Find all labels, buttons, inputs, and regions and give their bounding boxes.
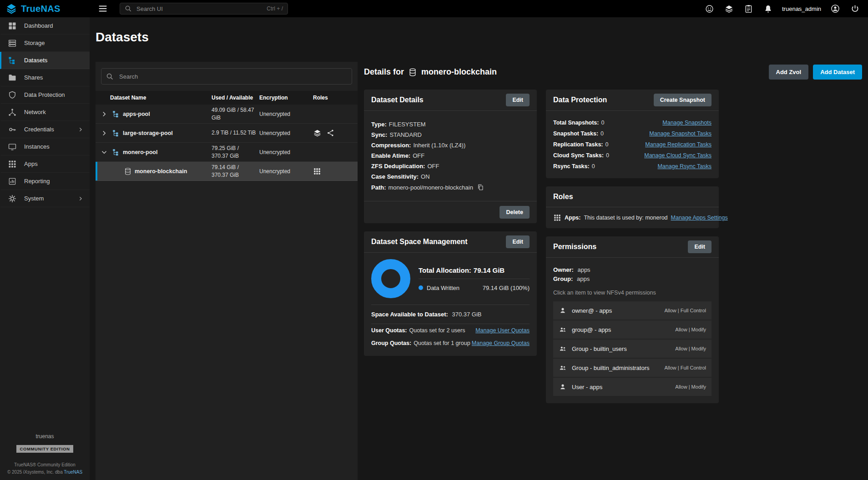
dataset-row-apps-pool[interactable]: apps-pool 49.09 GiB / 58.47 GiB Unencryp… [96,105,358,124]
dataset-tree-icon [112,148,120,156]
row-value: 0 [601,120,604,126]
permission-item-owner[interactable]: owner@ - apps Allow | Full Control [553,301,712,320]
global-search[interactable]: Ctrl + / [120,3,288,15]
global-search-input[interactable] [136,5,263,13]
sidebar-item-credentials[interactable]: Credentials [0,121,90,138]
field-value: Inherit (1.10x (LZ4)) [413,142,465,149]
brand[interactable]: TrueNAS [0,3,90,15]
datasets-tree-icon [8,56,17,65]
database-icon [124,167,132,175]
space-donut-chart [371,259,410,298]
sidebar-item-reporting[interactable]: Reporting [0,173,90,190]
sidebar-item-label: System [24,195,44,202]
edit-permissions-button[interactable]: Edit [688,240,712,253]
permission-value: Allow | Modify [675,384,706,390]
feedback-button[interactable] [704,3,715,15]
truenas-link[interactable]: TrueNAS [64,470,82,475]
product-name-label: TrueNAS® Community Edition [0,462,90,467]
sidebar-item-dashboard[interactable]: Dashboard [0,17,90,35]
encryption-cell: Unencrypted [259,111,313,117]
row-label: Replication Tasks: [553,141,603,148]
dataset-row-monero-pool[interactable]: monero-pool 79.25 GiB / 370.37 GiB Unenc… [96,143,358,162]
field-value: OFF [413,152,424,159]
sidebar-item-datasets[interactable]: Datasets [0,52,90,69]
sidebar-item-data-protection[interactable]: Data Protection [0,86,90,104]
dashboard-icon [8,21,17,30]
manage-replication-tasks-link[interactable]: Manage Replication Tasks [645,141,712,148]
row-value: 0 [606,152,609,159]
permission-item-builtin-administrators[interactable]: Group - builtin_administrators Allow | F… [553,359,712,377]
manage-rsync-tasks-link[interactable]: Manage Rsync Tasks [657,163,712,170]
details-panel: Details for monero-blockchain Add Zvol A… [364,62,862,480]
shield-icon [8,90,17,100]
checkin-button[interactable] [723,3,735,15]
column-used-available: Used / Available [212,95,259,101]
delete-dataset-button[interactable]: Delete [500,206,530,219]
roles-cell [313,129,358,137]
sidebar-item-network[interactable]: Network [0,104,90,121]
dataset-row-monero-blockchain[interactable]: monero-blockchain 79.14 GiB / 370.37 GiB… [96,162,358,181]
card-body: Type:FILESYSTEM Sync:STANDARD Compressio… [364,111,537,201]
tree-search-input[interactable] [118,73,347,80]
account-menu-button[interactable] [829,3,841,15]
sidebar-item-instances[interactable]: Instances [0,138,90,155]
manage-cloud-sync-tasks-link[interactable]: Manage Cloud Sync Tasks [644,152,712,159]
sidebar-item-label: Datasets [24,57,47,64]
sidebar-item-label: Instances [24,143,50,150]
details-title-prefix: Details for [364,67,404,77]
expand-button[interactable] [99,109,109,119]
add-zvol-button[interactable]: Add Zvol [769,65,809,80]
sidebar-item-label: Storage [24,40,45,46]
space-available-value: 370.37 GiB [452,311,481,318]
sidebar-footer: truenas COMMUNITY EDITION TrueNAS® Commu… [0,433,90,480]
alerts-button[interactable] [762,3,774,15]
layers-icon [313,129,322,137]
group-value: apps [577,275,590,282]
field-label: Enable Atime: [371,152,410,159]
edit-space-button[interactable]: Edit [506,235,530,248]
add-dataset-button[interactable]: Add Dataset [813,65,862,80]
manage-group-quotas-link[interactable]: Manage Group Quotas [472,340,530,346]
manage-apps-settings-link[interactable]: Manage Apps Settings [671,215,728,221]
jobs-button[interactable] [743,3,754,15]
manage-snapshot-tasks-link[interactable]: Manage Snapshot Tasks [649,130,712,137]
expand-button[interactable] [99,128,109,138]
card-title: Data Protection [553,96,607,104]
create-snapshot-button[interactable]: Create Snapshot [654,94,712,106]
sidebar-item-label: Network [24,109,46,115]
owner-row: Owner: apps [553,266,712,273]
chevron-right-icon [77,195,84,202]
permission-value: Allow | Full Control [665,365,707,370]
dataset-name: apps-pool [123,111,150,117]
permission-item-user-apps[interactable]: User - apps Allow | Modify [553,378,712,396]
snapshot-tasks-row: Snapshot Tasks: 0 Manage Snapshot Tasks [553,128,712,139]
legend-dot-icon [419,285,423,290]
column-dataset-name: Dataset Name [96,95,212,101]
permission-item-group-at[interactable]: group@ - apps Allow | Modify [553,320,712,339]
card-title: Permissions [553,243,596,251]
legend-label: Data Written [427,285,459,291]
column-roles: Roles [313,95,358,101]
topbar: TrueNAS Ctrl + / truenas_admin [0,0,868,17]
tree-search[interactable] [101,68,352,85]
group-icon [559,345,567,353]
copy-path-button[interactable] [473,184,484,191]
sidebar-item-shares[interactable]: Shares [0,69,90,86]
manage-snapshots-link[interactable]: Manage Snapshots [662,120,712,126]
edit-dataset-details-button[interactable]: Edit [506,94,530,106]
dataset-row-large-storage-pool[interactable]: large-storage-pool 2.9 TiB / 11.52 TiB U… [96,124,358,143]
permission-item-builtin-users[interactable]: Group - builtin_users Allow | Modify [553,340,712,358]
apps-role-row: Apps: This dataset is used by: monerod M… [553,214,712,222]
edition-badge: COMMUNITY EDITION [16,445,74,453]
power-button[interactable] [849,3,861,15]
sidebar-item-apps[interactable]: Apps [0,155,90,173]
encryption-cell: Unencrypted [259,149,313,155]
sidebar-item-storage[interactable]: Storage [0,35,90,52]
field-value: ON [421,173,430,180]
collapse-button[interactable] [99,147,109,157]
manage-user-quotas-link[interactable]: Manage User Quotas [475,327,530,334]
menu-toggle-button[interactable] [96,2,110,15]
sidebar-item-system[interactable]: System [0,190,90,207]
owner-label: Owner: [553,266,574,273]
chevron-right-icon [77,126,84,133]
